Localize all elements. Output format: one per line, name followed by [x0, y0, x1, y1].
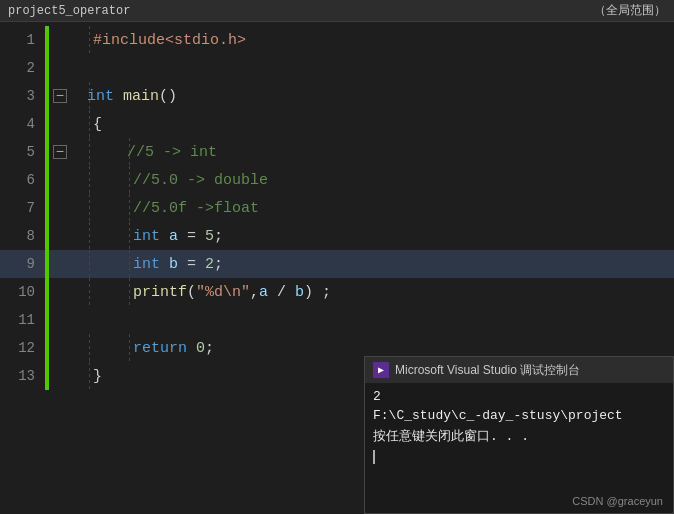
token: } [93, 368, 102, 385]
code-line-2: 2 [0, 54, 674, 82]
vline-1 [89, 82, 90, 110]
token: "%d\n" [196, 284, 250, 301]
token: ( [187, 284, 196, 301]
code-content-4: { [93, 116, 102, 133]
vline-2 [129, 138, 130, 166]
token: = [178, 228, 205, 245]
title-bar-filename: project5_operator [8, 4, 594, 18]
token: //5 -> int [127, 144, 217, 161]
title-bar-scope: （全局范围） [594, 2, 666, 19]
token: ; [214, 256, 223, 273]
green-bar [45, 334, 49, 362]
green-bar [45, 194, 49, 222]
token: ; [205, 340, 214, 357]
code-content-5: //5 -> int [127, 144, 217, 161]
vline-1 [89, 110, 90, 138]
vline-1 [89, 362, 90, 390]
token: int [87, 88, 123, 105]
green-bar [45, 166, 49, 194]
vline-2 [129, 166, 130, 194]
code-content-13: } [93, 368, 102, 385]
line-number-12: 12 [0, 340, 45, 356]
code-content-6: //5.0 -> double [133, 172, 268, 189]
green-bar [45, 26, 49, 54]
token: #include<stdio.h> [93, 32, 246, 49]
editor: 1#include<stdio.h>23−int main()4{5−//5 -… [0, 22, 674, 514]
green-bar [45, 306, 49, 334]
code-content-12: return 0; [133, 340, 214, 357]
token: return [133, 340, 196, 357]
console-cursor [373, 449, 665, 464]
token: main [123, 88, 159, 105]
token: 2 [205, 256, 214, 273]
token: ) ; [304, 284, 331, 301]
title-bar: project5_operator （全局范围） [0, 0, 674, 22]
code-content-9: int b = 2; [133, 256, 223, 273]
token: //5.0 -> double [133, 172, 268, 189]
vline-2 [129, 194, 130, 222]
token: ; [214, 228, 223, 245]
console-titlebar: ▶ Microsoft Visual Studio 调试控制台 [365, 357, 673, 383]
vline-2 [129, 334, 130, 362]
token: 0 [196, 340, 205, 357]
token: = [178, 256, 205, 273]
console-icon: ▶ [373, 362, 389, 378]
green-bar [45, 278, 49, 306]
line-number-11: 11 [0, 312, 45, 328]
vline-1 [89, 222, 90, 250]
vline-1 [89, 334, 90, 362]
token: int [133, 228, 169, 245]
line-number-3: 3 [0, 88, 45, 104]
vline-2 [129, 278, 130, 306]
console-line-3: 按任意键关闭此窗口. . . [373, 427, 665, 445]
code-line-9: 9int b = 2; [0, 250, 674, 278]
code-content-7: //5.0f ->float [133, 200, 259, 217]
line-number-10: 10 [0, 284, 45, 300]
code-content-8: int a = 5; [133, 228, 223, 245]
code-line-7: 7//5.0f ->float [0, 194, 674, 222]
code-content-1: #include<stdio.h> [93, 32, 246, 49]
token: { [93, 116, 102, 133]
code-content-3: int main() [87, 88, 177, 105]
token: b [169, 256, 178, 273]
vline-2 [129, 222, 130, 250]
vline-2 [129, 250, 130, 278]
console-overlay: ▶ Microsoft Visual Studio 调试控制台 2F:\C_st… [364, 356, 674, 514]
line-number-13: 13 [0, 368, 45, 384]
token: int [133, 256, 169, 273]
vline-1 [89, 250, 90, 278]
green-bar [45, 54, 49, 82]
console-line-0: 2 [373, 389, 665, 404]
green-bar [45, 110, 49, 138]
code-line-4: 4{ [0, 110, 674, 138]
token: / [268, 284, 295, 301]
console-footer: CSDN @graceyun [572, 495, 663, 507]
green-bar [45, 138, 49, 166]
token: printf [133, 284, 187, 301]
line-number-9: 9 [0, 256, 45, 272]
line-number-8: 8 [0, 228, 45, 244]
token: () [159, 88, 177, 105]
token: a [259, 284, 268, 301]
line-number-7: 7 [0, 200, 45, 216]
line-number-5: 5 [0, 144, 45, 160]
token: a [169, 228, 178, 245]
vline-1 [89, 138, 90, 166]
green-bar [45, 222, 49, 250]
token: 5 [205, 228, 214, 245]
gutter-3[interactable]: − [53, 89, 67, 103]
line-number-2: 2 [0, 60, 45, 76]
token: //5.0f ->float [133, 200, 259, 217]
code-line-3: 3−int main() [0, 82, 674, 110]
token: , [250, 284, 259, 301]
code-line-11: 11 [0, 306, 674, 334]
code-line-1: 1#include<stdio.h> [0, 26, 674, 54]
console-title: Microsoft Visual Studio 调试控制台 [395, 362, 580, 379]
vline-1 [89, 278, 90, 306]
green-bar [45, 362, 49, 390]
code-line-5: 5−//5 -> int [0, 138, 674, 166]
line-number-4: 4 [0, 116, 45, 132]
code-line-8: 8int a = 5; [0, 222, 674, 250]
vs-logo-icon: ▶ [378, 364, 384, 376]
gutter-5[interactable]: − [53, 145, 67, 159]
